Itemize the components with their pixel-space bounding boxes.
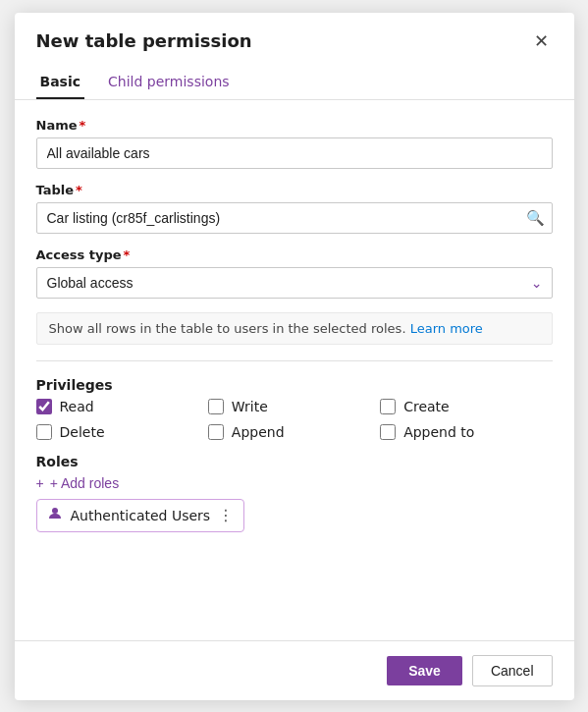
role-tag-name: Authenticated Users [71,508,211,523]
table-label: Table* [36,183,553,197]
checkbox-delete-input[interactable] [36,424,52,440]
checkbox-read[interactable]: Read [36,399,208,414]
ellipsis-icon[interactable]: ⋮ [218,506,234,524]
roles-title: Roles [36,454,553,469]
role-tag-authenticated-users: Authenticated Users ⋮ [36,499,245,532]
plus-icon: + [36,475,44,491]
modal-title: New table permission [36,30,252,51]
access-type-select-wrap: Global access Contact access Account acc… [36,267,553,299]
modal: New table permission ✕ Basic Child permi… [15,13,574,700]
access-type-field-group: Access type* Global access Contact acces… [36,247,553,299]
checkbox-append-to[interactable]: Append to [380,424,552,440]
modal-header: New table permission ✕ [15,13,574,62]
checkbox-append-input[interactable] [208,424,224,440]
person-icon [47,506,63,525]
checkbox-create-input[interactable] [380,399,396,414]
close-button[interactable]: ✕ [530,30,553,52]
modal-footer: Save Cancel [15,640,574,700]
roles-section: Roles + + Add roles Authenticated Users … [36,454,553,532]
checkbox-write[interactable]: Write [208,399,380,414]
privileges-title: Privileges [36,377,553,393]
modal-body: Name* Table* 🔍 Access type* Global acces… [15,100,574,640]
tab-child-permissions[interactable]: Child permissions [104,66,234,99]
add-roles-button[interactable]: + + Add roles [36,475,120,491]
learn-more-link[interactable]: Learn more [410,321,483,336]
checkbox-append-to-input[interactable] [380,424,396,440]
save-button[interactable]: Save [387,656,462,685]
divider-1 [36,360,553,361]
checkboxes-grid: Read Write Create Delete Append [36,399,553,440]
access-type-label: Access type* [36,247,553,262]
checkbox-create[interactable]: Create [380,399,552,414]
tab-basic[interactable]: Basic [36,66,85,99]
cancel-button[interactable]: Cancel [472,655,553,686]
info-box: Show all rows in the table to users in t… [36,312,553,345]
checkbox-append[interactable]: Append [208,424,380,440]
name-input[interactable] [36,137,553,169]
name-field-group: Name* [36,118,553,169]
table-input-wrap: 🔍 [36,202,553,234]
privileges-section: Privileges Read Write Create Delete [36,377,553,440]
checkbox-delete[interactable]: Delete [36,424,208,440]
name-label: Name* [36,118,553,133]
checkbox-write-input[interactable] [208,399,224,414]
access-type-select[interactable]: Global access Contact access Account acc… [36,267,553,299]
table-input[interactable] [36,202,553,234]
table-field-group: Table* 🔍 [36,183,553,234]
svg-point-0 [52,508,58,514]
checkbox-read-input[interactable] [36,399,52,414]
tabs-bar: Basic Child permissions [15,66,574,100]
